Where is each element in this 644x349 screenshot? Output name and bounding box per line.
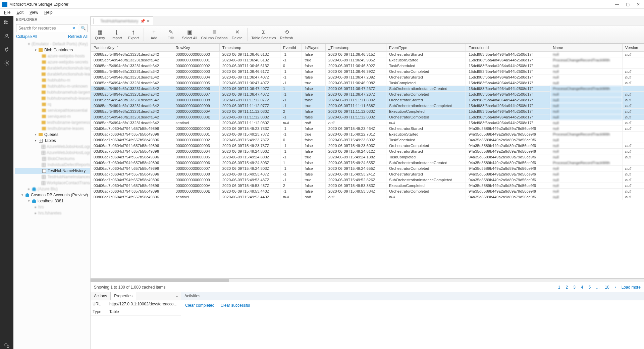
table-row[interactable]: 00985abf54994e8fa133231deadfa64200000000…: [91, 97, 644, 103]
tree-item[interactable]: servicepathtoessential: [15, 107, 90, 113]
page-link[interactable]: ...: [596, 285, 599, 290]
menu-help[interactable]: Help: [42, 9, 55, 15]
query-button[interactable]: ▦Query: [93, 27, 107, 42]
tree-localhost[interactable]: ▾localhost:8081: [15, 198, 90, 204]
search-clear-icon[interactable]: ✕: [72, 26, 77, 31]
column-options-button[interactable]: ≣Column Options: [201, 27, 228, 42]
clear-completed-link[interactable]: Clear completed: [185, 303, 214, 308]
feedback-icon[interactable]: [3, 342, 10, 349]
tree-item[interactable]: WorkplaceContactTransaction: [15, 180, 90, 186]
activities-header[interactable]: Activities: [181, 292, 644, 300]
table-row[interactable]: 00d06ac7c0604cf794fc657b58c4939600000000…: [91, 166, 644, 171]
table-row[interactable]: 00d06ac7c0604cf794fc657b58c4939600000000…: [91, 160, 644, 166]
page-link[interactable]: 10: [605, 285, 609, 290]
column-header[interactable]: Timestamp: [219, 44, 280, 52]
tree-item[interactable]: AzureWebJobsHostLogs20: [15, 144, 90, 150]
tree-item[interactable]: azure-webjobs-secrets: [15, 59, 90, 65]
table-row[interactable]: 00985abf54994e8fa133231deadfa64200000000…: [91, 80, 644, 86]
column-header[interactable]: EventId: [280, 44, 302, 52]
tab-actions[interactable]: Actions: [91, 292, 111, 300]
window-maximize[interactable]: ▢: [625, 2, 630, 7]
refresh-all-link[interactable]: Refresh All: [68, 34, 88, 39]
collapse-all-link[interactable]: Collapse All: [16, 34, 37, 39]
tree-item[interactable]: testhubname-leases: [15, 126, 90, 132]
data-grid[interactable]: PartitionKey ⌃RowKeyTimestampEventIdIsPl…: [91, 44, 644, 279]
table-row[interactable]: 00d06ac7c0604cf794fc657b58c4939600000000…: [91, 132, 644, 137]
menu-file[interactable]: File: [1, 9, 13, 15]
page-next[interactable]: ›: [615, 285, 616, 290]
add-button[interactable]: ＋Add: [147, 27, 161, 42]
tree-item[interactable]: hubhubhu-m-unknown: [15, 83, 90, 89]
tree-item[interactable]: serviquest-m: [15, 113, 90, 119]
table-row[interactable]: 00d06ac7c0604cf794fc657b58c4939600000000…: [91, 154, 644, 160]
tree-item[interactable]: ▸hrs: [15, 204, 90, 210]
horizontal-scrollbar[interactable]: [91, 279, 644, 282]
delete-button[interactable]: ✕Delete: [230, 27, 245, 42]
column-header[interactable]: IsPlayed: [302, 44, 325, 52]
table-row[interactable]: 00985abf54994e8fa133231deadfa64200000000…: [91, 63, 644, 69]
tree-queues[interactable]: ▸Queues: [15, 132, 90, 138]
tree-emulator[interactable]: ▾(Emulator - Default Ports) (Key): [15, 41, 90, 47]
table-row[interactable]: 00985abf54994e8fa133231deadfa64200000000…: [91, 103, 644, 109]
tab-active[interactable]: TestHubNameHistory 📌 ✕: [91, 16, 153, 25]
window-minimize[interactable]: —: [614, 2, 619, 7]
table-row[interactable]: 00d06ac7c0604cf794fc657b58c4939600000000…: [91, 143, 644, 149]
tree-item-selected[interactable]: TestHubNameHistory: [15, 168, 90, 174]
menu-edit[interactable]: Edit: [14, 9, 26, 15]
column-header[interactable]: Name: [550, 44, 623, 52]
export-button[interactable]: ⭱Export: [126, 27, 141, 42]
tree-item[interactable]: ▸hrs.fsharetes: [15, 210, 90, 216]
search-input[interactable]: [16, 24, 78, 32]
tree-item[interactable]: IndividualDefectReports: [15, 162, 90, 168]
column-header[interactable]: EventType: [386, 44, 466, 52]
tree-cosmos[interactable]: ▾Cosmos DB Accounts (Preview): [15, 192, 90, 198]
tree-item[interactable]: rq: [15, 101, 90, 107]
table-row[interactable]: 00985abf54994e8fa133231deadfa64200000000…: [91, 109, 644, 114]
column-header[interactable]: PartitionKey ⌃: [91, 44, 173, 52]
page-link[interactable]: 2: [566, 285, 568, 290]
column-header[interactable]: RowKey: [173, 44, 219, 52]
table-row[interactable]: 00985abf54994e8fa133231deadfa64200000000…: [91, 86, 644, 92]
table-row[interactable]: 00985abf54994e8fa133231deadfa64200000000…: [91, 57, 644, 63]
tree-tables[interactable]: ▾Tables: [15, 138, 90, 144]
explorer-icon[interactable]: [3, 19, 10, 26]
account-icon[interactable]: [3, 33, 10, 40]
table-row[interactable]: 00d06ac7c0604cf794fc657b58c4939600000000…: [91, 171, 644, 177]
table-row[interactable]: 00d06ac7c0604cf794fc657b58c4939600000000…: [91, 126, 644, 132]
table-row[interactable]: 00d06ac7c0604cf794fc657b58c4939600000000…: [91, 137, 644, 143]
column-header[interactable]: _Timestamp: [325, 44, 386, 52]
select-all-button[interactable]: ▣Select All: [180, 27, 199, 42]
tab-close-icon[interactable]: ✕: [146, 19, 150, 23]
search-go-button[interactable]: 🔍: [79, 24, 88, 32]
table-row[interactable]: 00985abf54994e8fa133231deadfa64200000000…: [91, 52, 644, 57]
page-link[interactable]: 3: [573, 285, 576, 290]
column-header[interactable]: Version: [623, 44, 644, 52]
table-row[interactable]: 00985abf54994e8fa133231deadfa642sentinel…: [91, 120, 644, 126]
tree-item[interactable]: TestHubNameInstances: [15, 174, 90, 180]
column-header[interactable]: ExecutionId: [466, 44, 550, 52]
window-close[interactable]: ✕: [636, 2, 641, 7]
tree-item[interactable]: hubhubnamehub-largemess: [15, 89, 90, 95]
table-row[interactable]: 00d06ac7c0604cf794fc657b58c4939600000000…: [91, 149, 644, 154]
plug-icon[interactable]: [3, 46, 10, 53]
tree-item[interactable]: AzureWebJobsHostLogsSom: [15, 150, 90, 156]
tree-item[interactable]: durablefunctionshub-leases: [15, 71, 90, 77]
table-row[interactable]: 00d06ac7c0604cf794fc657b58c49396sentinel…: [91, 194, 644, 200]
load-more-link[interactable]: Load more: [622, 285, 641, 290]
tree-blob-containers[interactable]: ▾Blob Containers: [15, 47, 90, 53]
table-row[interactable]: 00d06ac7c0604cf794fc657b58c4939600000000…: [91, 189, 644, 194]
table-row[interactable]: 00d06ac7c0604cf794fc657b58c4939600000000…: [91, 183, 644, 189]
tree-item[interactable]: durablefunctionshub-largem: [15, 65, 90, 71]
table-row[interactable]: 00985abf54994e8fa133231deadfa64200000000…: [91, 114, 644, 120]
clear-successful-link[interactable]: Clear successful: [220, 303, 250, 308]
tab-properties[interactable]: Properties: [111, 292, 136, 300]
page-link[interactable]: 4: [581, 285, 583, 290]
import-button[interactable]: ⭳Import: [109, 27, 124, 42]
table-row[interactable]: 00985abf54994e8fa133231deadfa64200000000…: [91, 69, 644, 74]
tree-item[interactable]: BlobCheckums: [15, 156, 90, 162]
table-row[interactable]: 00985abf54994e8fa133231deadfa64200000000…: [91, 74, 644, 80]
tree-item[interactable]: hubhubnamehub-leases: [15, 95, 90, 101]
tab-pin-icon[interactable]: 📌: [140, 19, 144, 23]
properties-dropdown-icon[interactable]: ⌄: [173, 292, 181, 300]
tree-item[interactable]: azure-webjobs-hosts: [15, 53, 90, 59]
